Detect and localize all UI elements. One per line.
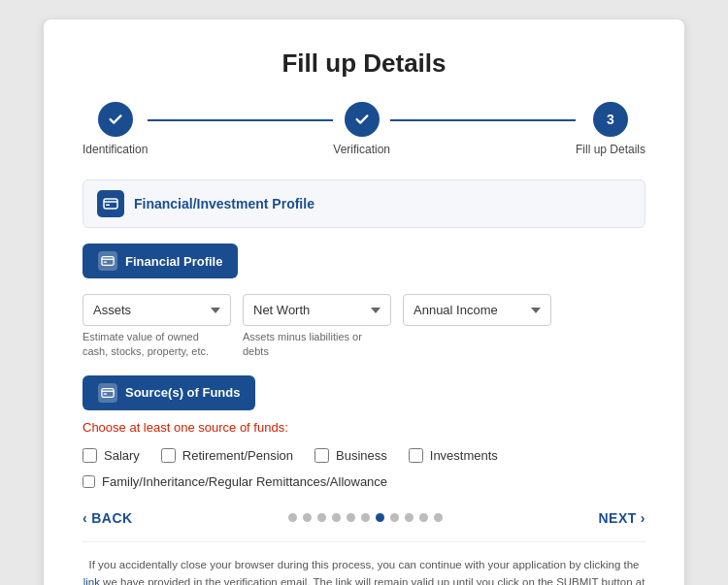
assets-group: Assets Below $10,000 $10,000 - $50,000 $…: [83, 294, 231, 360]
dot-11: [434, 513, 443, 522]
dot-1: [288, 513, 297, 522]
svg-rect-3: [104, 261, 108, 262]
step-label-fillup: Fill up Details: [576, 143, 645, 156]
back-label: BACK: [91, 510, 132, 526]
next-label: NEXT: [598, 510, 636, 526]
footer-link[interactable]: link: [83, 576, 100, 585]
step-line-1: [148, 119, 333, 121]
checkbox-investments[interactable]: Investments: [409, 448, 498, 463]
section-icon: [97, 190, 124, 217]
net-worth-hint: Assets minus liabilities or debts: [243, 330, 369, 360]
checkbox-investments-label: Investments: [430, 448, 498, 463]
checkbox-retirement-input[interactable]: [161, 448, 176, 463]
checkbox-row-1: Salary Retirement/Pension Business Inves…: [83, 448, 645, 463]
step-label-verification: Verification: [333, 143, 390, 156]
step-fillup: 3 Fill up Details: [576, 102, 645, 156]
checkbox-row-2[interactable]: Family/Inheritance/Regular Remittances/A…: [83, 474, 645, 489]
sources-icon: [98, 383, 117, 403]
checkbox-family-label: Family/Inheritance/Regular Remittances/A…: [102, 474, 387, 489]
dot-4: [332, 513, 341, 522]
stepper: Identification Verification 3 Fill up De…: [83, 102, 645, 156]
sources-of-funds-button[interactable]: Source(s) of Funds: [83, 375, 255, 410]
svg-rect-1: [106, 205, 110, 207]
sources-label: Source(s) of Funds: [125, 385, 240, 400]
progress-dots: [288, 513, 443, 522]
step-circle-verification: [345, 102, 380, 137]
back-chevron-icon: ‹: [83, 510, 87, 526]
next-button[interactable]: NEXT ›: [598, 510, 645, 526]
svg-rect-2: [102, 257, 114, 266]
step-identification: Identification: [83, 102, 148, 156]
checkbox-family-input[interactable]: [83, 475, 95, 488]
checkbox-retirement-label: Retirement/Pension: [182, 448, 293, 463]
dot-7: [376, 513, 384, 522]
financial-profile-label: Financial Profile: [125, 254, 222, 269]
assets-hint: Estimate value of owned cash, stocks, pr…: [83, 330, 209, 360]
step-circle-fillup: 3: [593, 102, 628, 137]
next-chevron-icon: ›: [641, 510, 645, 526]
checkbox-retirement[interactable]: Retirement/Pension: [161, 448, 293, 463]
assets-dropdown[interactable]: Assets Below $10,000 $10,000 - $50,000 $…: [83, 294, 231, 326]
net-worth-dropdown[interactable]: Net Worth Below $10,000 $10,000 - $50,00…: [243, 294, 391, 326]
step-circle-identification: [98, 102, 133, 137]
main-card: Fill up Details Identification Verificat…: [44, 19, 684, 585]
dot-9: [405, 513, 414, 522]
step-verification: Verification: [333, 102, 390, 156]
financial-profile-icon: [98, 251, 117, 271]
dot-5: [347, 513, 355, 522]
step-label-identification: Identification: [83, 143, 148, 156]
dot-8: [390, 513, 399, 522]
checkbox-salary-label: Salary: [104, 448, 140, 463]
annual-income-group: Annual Income Below $10,000 $10,000 - $5…: [403, 294, 551, 360]
net-worth-group: Net Worth Below $10,000 $10,000 - $50,00…: [243, 294, 391, 360]
section-title: Financial/Investment Profile: [134, 196, 314, 211]
page-title: Fill up Details: [83, 49, 645, 79]
navigation-bar: ‹ BACK NEXT ›: [83, 506, 645, 526]
checkbox-business-label: Business: [336, 448, 387, 463]
section-header: Financial/Investment Profile: [83, 179, 645, 228]
checkbox-salary[interactable]: Salary: [83, 448, 140, 463]
svg-rect-4: [102, 388, 114, 397]
svg-rect-5: [104, 393, 108, 394]
warning-text: Choose at least one source of funds:: [83, 420, 645, 435]
checkbox-business-input[interactable]: [314, 448, 329, 463]
dot-3: [317, 513, 326, 522]
annual-income-dropdown[interactable]: Annual Income Below $10,000 $10,000 - $5…: [403, 294, 551, 326]
checkbox-salary-input[interactable]: [83, 448, 97, 463]
svg-rect-0: [104, 199, 117, 209]
step-number-fillup: 3: [607, 112, 614, 127]
dot-2: [303, 513, 312, 522]
checkbox-investments-input[interactable]: [409, 448, 423, 463]
step-line-2: [390, 119, 576, 121]
dot-10: [419, 513, 428, 522]
back-button[interactable]: ‹ BACK: [83, 510, 133, 526]
checkbox-business[interactable]: Business: [314, 448, 387, 463]
dropdowns-row: Assets Below $10,000 $10,000 - $50,000 $…: [83, 294, 645, 360]
dot-6: [361, 513, 370, 522]
financial-profile-button[interactable]: Financial Profile: [83, 244, 238, 278]
footer-text: If you accidentally close your browser d…: [83, 541, 645, 585]
